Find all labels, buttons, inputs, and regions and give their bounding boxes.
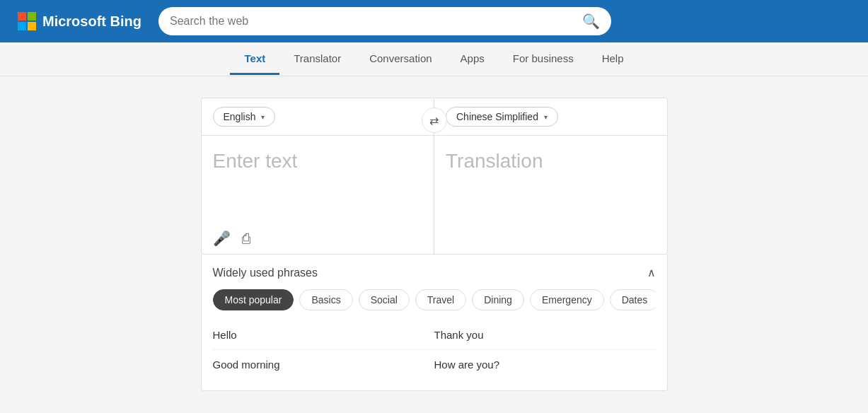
translation-placeholder: Translation bbox=[446, 150, 543, 172]
source-lang-chevron-icon: ▾ bbox=[261, 113, 265, 121]
tag-dining[interactable]: Dining bbox=[472, 289, 524, 310]
nav-item-for-business[interactable]: For business bbox=[499, 44, 588, 75]
search-input[interactable] bbox=[170, 15, 575, 28]
svg-rect-1 bbox=[28, 12, 36, 21]
target-lang-dropdown[interactable]: Chinese Simplified ▾ bbox=[446, 107, 558, 127]
tag-basics[interactable]: Basics bbox=[299, 289, 352, 310]
search-bar-wrapper: 🔍 bbox=[158, 7, 611, 35]
target-lang-label: Chinese Simplified bbox=[456, 111, 538, 122]
header: Microsoft Bing 🔍 bbox=[0, 0, 868, 42]
phrase-cn-0: Thank you bbox=[434, 329, 656, 341]
nav-item-help[interactable]: Help bbox=[588, 44, 638, 75]
svg-rect-2 bbox=[18, 22, 26, 30]
nav-item-conversation[interactable]: Conversation bbox=[355, 44, 446, 75]
svg-rect-0 bbox=[18, 12, 26, 21]
phrase-cn-1: How are you? bbox=[434, 359, 656, 371]
target-text-area: Translation bbox=[434, 136, 667, 242]
brand-name: Microsoft Bing bbox=[42, 13, 141, 30]
source-lang-dropdown[interactable]: English ▾ bbox=[213, 107, 276, 127]
tag-travel[interactable]: Travel bbox=[415, 289, 466, 310]
target-lang-selector: Chinese Simplified ▾ bbox=[434, 98, 667, 136]
phrase-list: Hello Thank you Good morning How are you… bbox=[213, 320, 656, 379]
source-panel: English ▾ Enter text 🎤 ⎙ bbox=[202, 98, 435, 254]
translator-container: English ▾ Enter text 🎤 ⎙ ⇄ bbox=[201, 98, 668, 391]
target-panel: Chinese Simplified ▾ Translation bbox=[434, 98, 667, 254]
collapse-phrases-button[interactable]: ∧ bbox=[647, 266, 656, 279]
tag-emergency[interactable]: Emergency bbox=[530, 289, 604, 310]
swap-icon: ⇄ bbox=[429, 114, 439, 127]
nav-item-text[interactable]: Text bbox=[230, 44, 279, 75]
phrases-header: Widely used phrases ∧ bbox=[213, 266, 656, 279]
tag-dates[interactable]: Dates bbox=[610, 289, 656, 310]
source-placeholder: Enter text bbox=[213, 150, 298, 172]
swap-button-wrapper: ⇄ bbox=[422, 107, 447, 133]
search-button[interactable]: 🔍 bbox=[582, 13, 600, 30]
keyboard-icon[interactable]: ⎙ bbox=[242, 231, 250, 247]
source-lang-selector: English ▾ bbox=[202, 98, 434, 136]
swap-languages-button[interactable]: ⇄ bbox=[422, 107, 447, 133]
tag-social[interactable]: Social bbox=[359, 289, 410, 310]
phrase-row: Hello Thank you bbox=[213, 320, 656, 350]
search-bar: 🔍 bbox=[158, 7, 611, 35]
search-icon: 🔍 bbox=[582, 13, 600, 30]
main-content: English ▾ Enter text 🎤 ⎙ ⇄ bbox=[0, 76, 868, 391]
phrase-tags: Most popular Basics Social Travel Dining… bbox=[213, 289, 656, 310]
svg-rect-3 bbox=[28, 22, 36, 30]
mic-icon[interactable]: 🎤 bbox=[213, 230, 231, 247]
nav-item-translator[interactable]: Translator bbox=[279, 44, 355, 75]
nav-item-apps[interactable]: Apps bbox=[446, 44, 499, 75]
phrase-en-1: Good morning bbox=[213, 359, 434, 371]
microsoft-logo-icon bbox=[17, 11, 37, 31]
input-tools: 🎤 ⎙ bbox=[202, 223, 262, 254]
translation-box: English ▾ Enter text 🎤 ⎙ ⇄ bbox=[201, 98, 668, 255]
phrases-title: Widely used phrases bbox=[213, 267, 318, 279]
source-lang-label: English bbox=[224, 111, 256, 122]
nav-bar: Text Translator Conversation Apps For bu… bbox=[0, 42, 868, 76]
tag-most-popular[interactable]: Most popular bbox=[213, 289, 294, 310]
phrase-en-0: Hello bbox=[213, 329, 434, 341]
phrase-row: Good morning How are you? bbox=[213, 350, 656, 379]
phrases-section: Widely used phrases ∧ Most popular Basic… bbox=[201, 255, 668, 391]
collapse-icon: ∧ bbox=[647, 267, 656, 279]
logo-area: Microsoft Bing bbox=[17, 11, 144, 31]
target-lang-chevron-icon: ▾ bbox=[544, 113, 548, 121]
